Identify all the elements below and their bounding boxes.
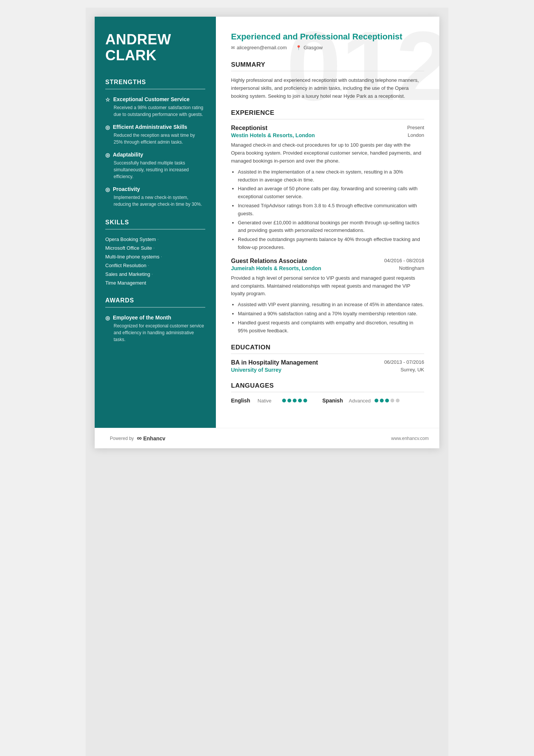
strength-title-1: ☆ Exceptional Customer Service	[105, 96, 205, 103]
strength-desc-2: Reduced the reception area wait time by …	[105, 132, 205, 146]
summary-text: Highly professional and experienced rece…	[231, 77, 424, 100]
bullet-1-4: Generated over £10,000 in additional boo…	[238, 219, 424, 235]
edu-date-1: 06/2013 - 07/2016	[384, 359, 424, 365]
skill-item-3: Multi-line phone systems ·	[105, 254, 205, 260]
education-item-1: BA in Hospitality Management 06/2013 - 0…	[231, 359, 424, 373]
job-location-2: Nottingham	[399, 265, 424, 271]
edu-school-1: University of Surrey	[231, 367, 281, 373]
lang-dot-en-4	[298, 399, 302, 402]
website-url: www.enhancv.com	[391, 436, 429, 441]
skill-item-5: Sales and Marketing ·	[105, 271, 205, 277]
sidebar: ANDREW CLARK STRENGTHS ☆ Exceptional Cus…	[95, 17, 216, 428]
skill-dot-4: ·	[148, 263, 149, 268]
exp-company-row-2: Jumeirah Hotels & Resorts, London Nottin…	[231, 265, 424, 271]
strength-title-3: ◎ Adaptability	[105, 152, 205, 158]
skill-item-1: Opera Booking System ·	[105, 236, 205, 242]
languages-divider	[231, 392, 424, 392]
page-wrapper: ANDREW CLARK STRENGTHS ☆ Exceptional Cus…	[86, 8, 448, 756]
skill-dot-1: ·	[158, 237, 159, 241]
skill-dot-5: ·	[152, 272, 153, 276]
languages-title: LANGUAGES	[231, 382, 424, 390]
education-divider	[231, 354, 424, 354]
skills-section: SKILLS Opera Booking System · Microsoft …	[105, 219, 205, 286]
lang-dots-spanish	[375, 399, 400, 402]
skill-item-6: Time Management	[105, 280, 205, 286]
powered-by-text: Powered by	[110, 436, 134, 441]
lang-dot-sp-3	[385, 399, 389, 402]
skills-divider	[105, 229, 205, 230]
brand-name: Enhancv	[143, 435, 165, 441]
awards-section: AWARDS ◎ Employee of the Month Recognize…	[105, 297, 205, 343]
bullet-2-2: Maintained a 90% satisfaction rating and…	[238, 310, 424, 318]
main-content: 012 Experienced and Professional Recepti…	[216, 17, 439, 428]
location-contact: 📍 Glasgow	[296, 45, 323, 50]
job-title-1: Receptionist	[231, 125, 267, 131]
contact-row: ✉ alicegreen@email.com 📍 Glasgow	[231, 45, 424, 50]
star-icon: ☆	[105, 97, 110, 103]
strength-title-2: ◎ Efficient Administrative Skills	[105, 124, 205, 130]
exp-desc-2: Provided a high level of personal servic…	[231, 274, 424, 298]
summary-section: SUMMARY Highly professional and experien…	[231, 61, 424, 100]
lang-dot-sp-2	[380, 399, 384, 402]
strength-desc-3: Successfully handled multiple tasks simu…	[105, 160, 205, 180]
experience-title: EXPERIENCE	[231, 109, 424, 117]
lang-dot-en-5	[303, 399, 307, 402]
skill-item-4: Conflict Resolution ·	[105, 263, 205, 268]
summary-title: SUMMARY	[231, 61, 424, 69]
summary-divider	[231, 71, 424, 71]
location-value: Glasgow	[303, 45, 323, 50]
strength-desc-4: Implemented a new check-in system, reduc…	[105, 194, 205, 208]
email-icon: ✉	[231, 45, 235, 50]
bullet-1-5: Reduced the outstandings payments balanc…	[238, 236, 424, 252]
strengths-divider	[105, 89, 205, 89]
job-title-2: Guest Relations Associate	[231, 258, 307, 265]
experience-item-1: Receptionist Present Westin Hotels & Res…	[231, 125, 424, 251]
strength-item-2: ◎ Efficient Administrative Skills Reduce…	[105, 124, 205, 146]
strength-desc-1: Received a 98% customer satisfaction rat…	[105, 104, 205, 118]
experience-section: EXPERIENCE Receptionist Present Westin H…	[231, 109, 424, 335]
lang-level-spanish: Advanced	[349, 398, 371, 404]
enhancv-logo: ∞ Enhancv	[137, 434, 165, 442]
bullet-2-3: Handled guest requests and complaints wi…	[238, 319, 424, 335]
lang-level-english: Native	[258, 398, 278, 404]
education-title: EDUCATION	[231, 344, 424, 351]
award-icon: ◎	[105, 315, 110, 321]
footer-left: Powered by ∞ Enhancv	[110, 434, 166, 442]
experience-item-2: Guest Relations Associate 04/2016 - 08/2…	[231, 258, 424, 335]
strength-item-1: ☆ Exceptional Customer Service Received …	[105, 96, 205, 118]
email-value: alicegreen@email.com	[237, 45, 287, 50]
strengths-title: STRENGTHS	[105, 79, 205, 86]
circle-icon-2: ◎	[105, 152, 110, 158]
edu-school-row-1: University of Surrey Surrey, UK	[231, 367, 424, 373]
logo-symbol: ∞	[137, 434, 142, 442]
award-desc-1: Recognized for exceptional customer serv…	[105, 322, 205, 343]
lang-name-spanish: Spanish	[322, 398, 345, 404]
edu-location-1: Surrey, UK	[400, 367, 424, 373]
company-2: Jumeirah Hotels & Resorts, London	[231, 265, 321, 271]
job-date-1: Present	[407, 125, 424, 130]
footer-right: www.enhancv.com	[391, 436, 429, 441]
skill-item-2: Microsoft Office Suite ·	[105, 245, 205, 251]
edu-degree-1: BA in Hospitality Management	[231, 359, 318, 366]
skills-title: SKILLS	[105, 219, 205, 226]
circle-icon-1: ◎	[105, 124, 110, 130]
lang-dot-en-2	[287, 399, 291, 402]
exp-header-1: Receptionist Present	[231, 125, 424, 131]
lang-name-english: English	[231, 398, 254, 404]
award-title-1: ◎ Employee of the Month	[105, 315, 205, 321]
exp-desc-1: Managed check-in and check-out procedure…	[231, 141, 424, 165]
edu-header-1: BA in Hospitality Management 06/2013 - 0…	[231, 359, 424, 366]
exp-bullets-2: Assisted with VIP event planning, result…	[231, 301, 424, 335]
education-section: EDUCATION BA in Hospitality Management 0…	[231, 344, 424, 373]
experience-divider	[231, 119, 424, 119]
awards-title: AWARDS	[105, 297, 205, 304]
exp-header-2: Guest Relations Associate 04/2016 - 08/2…	[231, 258, 424, 265]
main-header: Experienced and Professional Receptionis…	[231, 32, 424, 50]
awards-divider	[105, 307, 205, 308]
lang-dot-en-3	[293, 399, 297, 402]
lang-dots-english	[282, 399, 307, 402]
lang-dot-en-1	[282, 399, 286, 402]
footer: Powered by ∞ Enhancv www.enhancv.com	[95, 428, 439, 448]
company-1: Westin Hotels & Resorts, London	[231, 132, 315, 138]
lang-dot-sp-5	[396, 399, 400, 402]
